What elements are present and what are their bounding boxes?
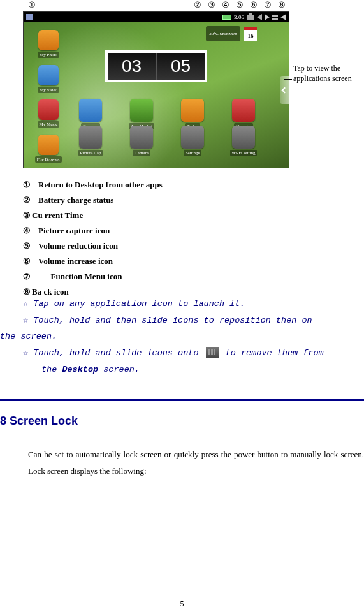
menu-icon xyxy=(272,15,278,20)
page-number: 5 xyxy=(0,599,364,609)
youtube-icon xyxy=(232,99,255,122)
wifi-icon xyxy=(232,126,255,149)
market-icon xyxy=(130,99,153,122)
trash-icon xyxy=(206,347,219,358)
app-camera: Camera xyxy=(126,126,157,164)
legend-item: ⑤Volume reduction icon xyxy=(23,238,364,254)
app-settings: Settings xyxy=(177,126,208,164)
legend-list: ①Return to Desktop from other apps ②Batt… xyxy=(23,177,364,300)
folder-icon xyxy=(38,135,59,155)
marker-8: ⑧ xyxy=(278,0,286,13)
legend-item: ③Cu rrent Time xyxy=(23,208,364,223)
volume-down-icon xyxy=(257,14,262,20)
music-icon xyxy=(38,99,59,120)
marker-3: ③ xyxy=(208,0,215,13)
legend-item: ⑥Volume increase icon xyxy=(23,254,364,269)
globe-icon xyxy=(79,99,102,122)
tips-block: ☆ Tap on any application icon to launch … xyxy=(0,296,364,377)
section-heading: 8 Screen Lock xyxy=(0,414,78,428)
legend-item: ②Battery charge status xyxy=(23,193,364,208)
section-body: Can be set to automatically lock screen … xyxy=(28,446,364,479)
desktop-screenshot: 3:06 20°C Shenzhen 16 03 05 My Photo My … xyxy=(23,11,289,168)
calendar-widget: 16 xyxy=(244,27,257,41)
legend-item: ⑦ Function Menu icon xyxy=(23,269,364,284)
volume-up-icon xyxy=(265,14,270,20)
camera-icon xyxy=(130,126,153,149)
marker-5: ⑤ xyxy=(236,0,244,13)
video-icon xyxy=(38,65,59,85)
clock-hours: 03 xyxy=(108,53,156,80)
clock-minutes: 05 xyxy=(157,53,205,80)
marker-labels: ① ② ③ ④ ⑤ ⑥ ⑦ ⑧ xyxy=(23,0,291,13)
app-wifi: Wi-Fi setting xyxy=(228,126,259,164)
marker-7: ⑦ xyxy=(264,0,272,13)
capture-app-icon xyxy=(79,126,102,149)
section-divider xyxy=(0,399,364,401)
legend-item: ④Picture capture icon xyxy=(23,223,364,238)
app-myphoto: My Photo xyxy=(26,30,71,58)
bottom-app-row: Picture Cap Camera Settings Wi-Fi settin… xyxy=(75,126,259,164)
marker-4: ④ xyxy=(222,0,229,13)
tudou-icon xyxy=(181,99,204,122)
app-picturecap: Picture Cap xyxy=(75,126,106,164)
app-filebrowser: File Browser xyxy=(26,135,71,163)
battery-icon xyxy=(222,15,231,20)
status-bar: 3:06 xyxy=(24,12,289,22)
back-icon xyxy=(280,14,286,20)
marker-2: ② xyxy=(194,0,201,13)
app-myvideo: My Video xyxy=(26,65,71,93)
legend-item: ①Return to Desktop from other apps xyxy=(23,177,364,193)
dock-left: My Photo My Video My Music File Browser xyxy=(26,27,71,165)
home-icon xyxy=(26,14,33,20)
status-time: 3:06 xyxy=(234,14,244,20)
clock-widget: 03 05 xyxy=(105,50,207,82)
top-widgets: 20°C Shenzhen 16 xyxy=(206,26,257,41)
capture-icon xyxy=(247,15,254,20)
marker-6: ⑥ xyxy=(250,0,258,13)
weather-widget: 20°C Shenzhen xyxy=(206,26,240,41)
photo-icon xyxy=(38,30,59,50)
callout-text: Tap to view the applications screen xyxy=(293,64,357,84)
app-mymusic: My Music xyxy=(26,99,71,128)
marker-1: ① xyxy=(28,0,36,13)
settings-icon xyxy=(181,126,204,149)
